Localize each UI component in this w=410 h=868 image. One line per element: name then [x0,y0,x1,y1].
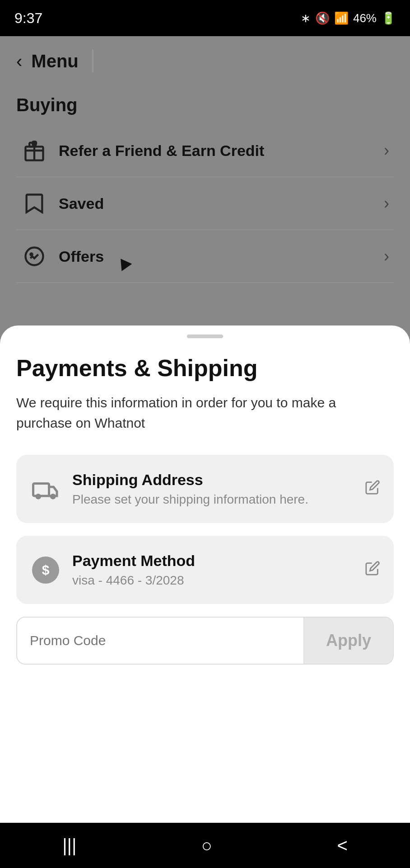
svg-rect-6 [33,483,49,496]
sheet-title: Payments & Shipping [16,354,394,382]
offers-label: Offers [59,248,384,265]
bookmark-icon [21,190,48,217]
status-icons: ∗ 🔇 📶 46% 🔋 [301,11,396,25]
back-nav-button[interactable]: < [337,835,347,856]
gift-icon [21,137,48,164]
shipping-address-card[interactable]: Shipping Address Please set your shippin… [16,455,394,523]
svg-point-5 [30,254,32,255]
menu-divider [92,50,93,72]
payment-content: Payment Method visa - 4466 - 3/2028 [72,552,354,588]
sheet-description: We require this information in order for… [16,392,394,433]
saved-chevron: › [384,194,389,213]
svg-point-7 [37,495,40,498]
menu-header: ‹ Menu [0,36,410,86]
refer-chevron: › [384,141,389,160]
bottom-nav: ||| ○ < [0,823,410,868]
payment-edit-button[interactable] [365,561,380,580]
shipping-edit-button[interactable] [365,480,380,499]
payment-subtitle: visa - 4466 - 3/2028 [72,573,354,588]
svg-point-4 [26,248,43,265]
bluetooth-icon: ∗ [301,11,311,25]
battery-text: 46% [353,11,377,25]
sheet-handle [187,335,223,338]
promo-code-row: Apply [16,617,394,665]
refer-label: Refer a Friend & Earn Credit [59,142,384,160]
truck-icon [30,473,61,505]
dollar-circle: $ [32,557,59,584]
shipping-content: Shipping Address Please set your shippin… [72,471,354,507]
shipping-subtitle: Please set your shipping information her… [72,492,354,507]
home-button[interactable]: ○ [201,835,212,856]
svg-rect-3 [29,143,33,147]
bottom-sheet: Payments & Shipping We require this info… [0,326,410,823]
status-bar: 9:37 ∗ 🔇 📶 46% 🔋 [0,0,410,36]
tag-icon [21,243,48,270]
back-button[interactable]: ‹ [16,51,22,71]
saved-label: Saved [59,195,384,212]
battery-icon: 🔋 [381,11,396,25]
recents-button[interactable]: ||| [62,835,76,856]
buying-section: Buying Refer a Friend & Earn Credit › [0,86,410,283]
apply-button[interactable]: Apply [303,618,393,664]
promo-code-input[interactable] [17,619,303,662]
payment-method-card[interactable]: $ Payment Method visa - 4466 - 3/2028 [16,536,394,604]
shipping-title: Shipping Address [72,471,354,489]
payment-title: Payment Method [72,552,354,570]
buying-label: Buying [16,95,394,115]
menu-item-offers[interactable]: Offers › [16,230,394,283]
status-time: 9:37 [14,10,42,27]
menu-item-saved[interactable]: Saved › [16,177,394,230]
wifi-icon: 📶 [334,11,349,25]
offers-chevron: › [384,247,389,266]
menu-title: Menu [31,51,78,71]
mute-icon: 🔇 [315,11,330,25]
menu-item-refer[interactable]: Refer a Friend & Earn Credit › [16,124,394,177]
dollar-icon: $ [30,554,61,586]
svg-point-8 [51,495,55,498]
